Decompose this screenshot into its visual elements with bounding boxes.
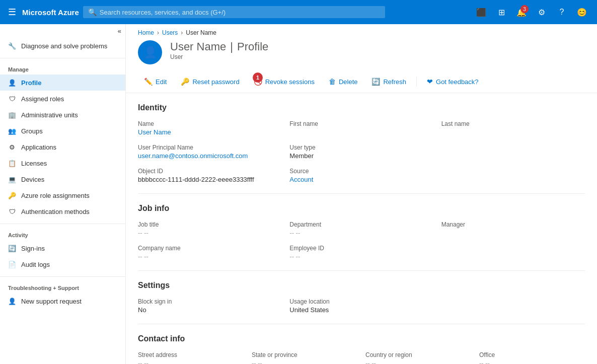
breadcrumb-home[interactable]: Home <box>138 29 154 36</box>
identity-fields: Name User Name First name Last name User… <box>138 120 585 183</box>
sidebar-collapse-btn[interactable]: « <box>0 24 125 38</box>
field-upn: User Principal Name user.name@contoso.on… <box>138 144 281 160</box>
user-type-label: User type <box>289 144 433 151</box>
sidebar-item-diagnose[interactable]: 🔧 Diagnose and solve problems <box>0 38 125 54</box>
field-company: Company name -- -- <box>138 245 281 260</box>
breadcrumb-users[interactable]: Users <box>162 29 178 36</box>
sidebar-divider-1 <box>0 58 125 58</box>
reset-password-button[interactable]: 🔑 Reset password <box>175 75 245 89</box>
field-country: Country or region -- -- <box>365 351 471 364</box>
last-name-label: Last name <box>441 120 585 127</box>
refresh-icon: 🔄 <box>371 78 380 86</box>
manager-label: Manager <box>441 221 585 228</box>
breadcrumb-sep-1: › <box>157 29 159 36</box>
country-value: -- -- <box>365 359 471 364</box>
field-block-signin: Block sign in No <box>138 298 281 314</box>
sidebar-item-applications[interactable]: ⚙ Applications <box>0 139 125 155</box>
profile-icon: 👤 <box>8 79 16 87</box>
directory-icon[interactable]: ⊞ <box>492 3 510 21</box>
search-bar[interactable]: 🔍 <box>83 6 385 18</box>
auth-methods-icon: 🛡 <box>8 207 16 215</box>
sidebar-item-admin-units[interactable]: 🏢 Administrative units <box>0 107 125 123</box>
step-badge-1: 1 <box>253 72 263 83</box>
sidebar-item-devices[interactable]: 💻 Devices <box>0 171 125 187</box>
field-object-id: Object ID bbbbcccc-1111-dddd-2222-eeee33… <box>138 168 281 183</box>
source-label: Source <box>289 168 433 175</box>
reset-password-icon: 🔑 <box>181 78 189 86</box>
upn-value[interactable]: user.name@contoso.onmicrosoft.com <box>138 152 281 160</box>
edit-button[interactable]: ✏️ Edit <box>138 75 173 89</box>
search-input[interactable] <box>100 9 380 16</box>
contact-info-section: Contact info Street address -- -- State … <box>138 324 585 364</box>
source-value[interactable]: Account <box>289 176 433 183</box>
sidebar-item-audit-logs[interactable]: 📄 Audit logs <box>0 256 125 272</box>
admin-units-icon: 🏢 <box>8 111 16 119</box>
devices-icon: 💻 <box>8 175 16 183</box>
topbar: ☰ Microsoft Azure 🔍 ⬛ ⊞ 🔔 3 ⚙ ? 😊 <box>0 0 597 24</box>
job-info-fields: Job title -- -- Department -- -- Manager… <box>138 221 585 260</box>
help-icon[interactable]: ? <box>553 3 571 21</box>
job-info-section: Job info Job title -- -- Department -- -… <box>138 194 585 271</box>
upn-label: User Principal Name <box>138 144 281 151</box>
job-info-title: Job info <box>138 204 585 213</box>
toolbar-separator <box>416 77 417 87</box>
breadcrumb-sep-2: › <box>181 29 183 36</box>
field-name: Name User Name <box>138 120 281 136</box>
cloud-shell-icon[interactable]: ⬛ <box>472 3 490 21</box>
name-value[interactable]: User Name <box>138 128 281 136</box>
country-label: Country or region <box>365 351 471 358</box>
feedback-button[interactable]: ❤ Got feedback? <box>421 75 485 89</box>
sidebar-item-azure-roles[interactable]: 🔑 Azure role assignments <box>0 187 125 203</box>
page-title-separator: | <box>230 40 233 53</box>
usage-location-label: Usage location <box>289 298 433 305</box>
hamburger-menu[interactable]: ☰ <box>6 5 18 20</box>
job-title-value: -- -- <box>138 229 281 237</box>
user-type-value: Member <box>289 152 433 160</box>
field-job-title: Job title -- -- <box>138 221 281 237</box>
sidebar-item-licenses[interactable]: 📋 Licenses <box>0 155 125 171</box>
identity-section: Identity Name User Name First name Last … <box>138 93 585 194</box>
delete-button[interactable]: 🗑 Delete <box>323 75 364 89</box>
sidebar-item-groups[interactable]: 👥 Groups <box>0 123 125 139</box>
department-label: Department <box>289 221 433 228</box>
licenses-icon: 📋 <box>8 159 16 167</box>
field-source: Source Account <box>289 168 433 183</box>
activity-section-label: Activity <box>0 228 125 240</box>
company-label: Company name <box>138 245 281 252</box>
sidebar-item-signins[interactable]: 🔄 Sign-ins <box>0 240 125 256</box>
state-value: -- -- <box>252 359 357 364</box>
field-office: Office -- -- <box>479 351 585 364</box>
profile-content: Identity Name User Name First name Last … <box>126 93 597 364</box>
edit-icon: ✏️ <box>144 78 153 86</box>
account-icon[interactable]: 😊 <box>573 3 591 21</box>
avatar-icon: 👤 <box>143 46 157 59</box>
manage-section-label: Manage <box>0 62 125 75</box>
feedback-icon: ❤ <box>427 78 433 86</box>
sidebar-item-assigned-roles[interactable]: 🛡 Assigned roles <box>0 91 125 107</box>
field-usage-location: Usage location United States <box>289 298 433 314</box>
signins-icon: 🔄 <box>8 244 16 252</box>
azure-role-icon: 🔑 <box>8 191 16 199</box>
sidebar-item-profile[interactable]: 👤 Profile <box>0 75 125 91</box>
delete-icon: 🗑 <box>329 78 336 86</box>
notifications-icon[interactable]: 🔔 3 <box>512 3 531 21</box>
groups-icon: 👥 <box>8 127 16 135</box>
troubleshooting-section-label: Troubleshooting + Support <box>0 281 125 293</box>
collapse-icon: « <box>118 27 121 35</box>
page-title: User Name | Profile <box>170 40 268 53</box>
sidebar-item-support[interactable]: 👤 New support request <box>0 293 125 309</box>
main-content: Home › Users › User Name 👤 User Name | P… <box>126 24 597 364</box>
breadcrumb: Home › Users › User Name <box>126 24 597 40</box>
employee-id-value: -- -- <box>289 253 433 260</box>
department-value: -- -- <box>289 229 433 237</box>
settings-icon[interactable]: ⚙ <box>533 3 551 21</box>
page-header: 👤 User Name | Profile User <box>126 40 597 70</box>
sidebar-divider-3 <box>0 276 125 277</box>
refresh-button[interactable]: 🔄 Refresh <box>365 75 412 89</box>
field-manager: Manager <box>441 221 585 237</box>
field-spacer-1 <box>441 144 585 160</box>
main-layout: « 🔧 Diagnose and solve problems Manage 👤… <box>0 24 597 364</box>
sidebar-item-auth-methods[interactable]: 🛡 Authentication methods <box>0 203 125 220</box>
breadcrumb-user-name: User Name <box>186 29 216 36</box>
settings-title: Settings <box>138 281 585 290</box>
